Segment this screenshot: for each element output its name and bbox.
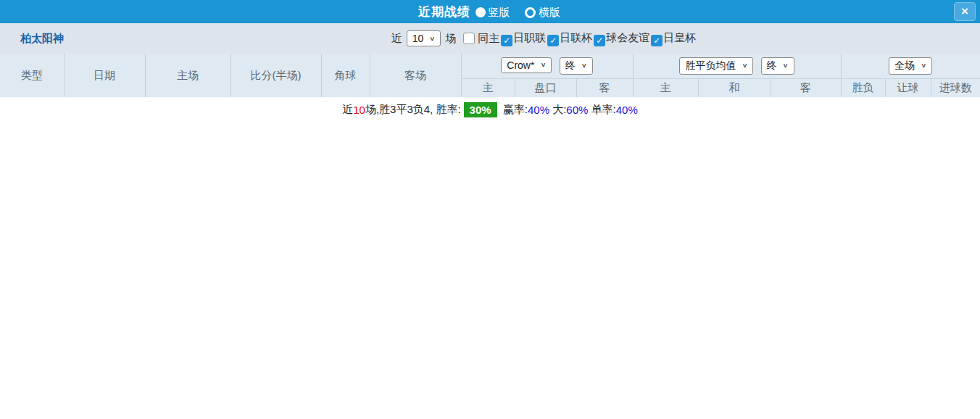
same-home-checkbox[interactable] — [463, 33, 475, 44]
league-checkbox[interactable]: ✓ — [651, 35, 663, 46]
sub-header-handicap-result: 让球 — [885, 78, 931, 97]
col-header-type: 类型 — [0, 54, 64, 97]
bookmaker-time-select[interactable]: 终∨ — [560, 57, 593, 75]
fulltime-select[interactable]: 全场∨ — [889, 57, 932, 75]
radio-horizontal-label[interactable]: 横版 — [539, 6, 560, 18]
radio-horizontal-layout[interactable] — [525, 7, 536, 18]
league-checkbox-label[interactable]: 日职联 — [513, 31, 546, 43]
team-name: 柏太阳神 — [20, 32, 64, 46]
games-label: 场 — [445, 32, 456, 46]
sub-header-crow-away: 客 — [576, 78, 633, 97]
summary-segment: 40% — [528, 104, 549, 116]
summary-segment: 60% — [566, 104, 588, 116]
league-checkbox-label[interactable]: 球会友谊 — [606, 31, 649, 43]
league-checkbox[interactable]: ✓ — [594, 35, 605, 46]
summary-segment: 40% — [616, 104, 638, 116]
chevron-down-icon: ∨ — [921, 62, 926, 70]
league-checkbox[interactable]: ✓ — [547, 35, 559, 46]
chevron-down-icon: ∨ — [581, 62, 587, 70]
summary-segment: 大: — [549, 103, 566, 117]
summary-segment: 10 — [353, 104, 365, 116]
chevron-down-icon: ∨ — [429, 35, 435, 42]
league-checkbox-label[interactable]: 日皇杯 — [663, 31, 696, 43]
col-header-date: 日期 — [64, 54, 145, 97]
close-icon: × — [961, 4, 968, 19]
league-filter-group: ✓日职联✓日联杯✓球会友谊✓日皇杯 — [499, 31, 696, 46]
radio-vertical-label[interactable]: 竖版 — [489, 6, 510, 18]
sub-header-goals: 进球数 — [931, 78, 980, 97]
recent-results-dialog: 近期战绩 竖版 横版 × 柏太阳神 近 10∨ 场 同主 ✓日职联✓日联杯✓球会… — [0, 0, 980, 419]
sub-header-result: 胜负 — [841, 78, 885, 97]
same-home-label: 同主 — [478, 32, 499, 46]
col-header-home: 主场 — [145, 54, 231, 97]
sub-header-avg-away: 客 — [771, 78, 841, 97]
near-label: 近 — [391, 32, 402, 46]
summary-segment: 30% — [464, 102, 497, 117]
chevron-down-icon: ∨ — [783, 62, 789, 70]
average-time-value: 终 — [767, 59, 777, 72]
sub-header-avg-draw: 和 — [698, 78, 771, 97]
sub-header-crow-home: 主 — [461, 78, 515, 97]
average-time-select[interactable]: 终∨ — [761, 57, 794, 75]
bookmaker-group-header: Crow*∨ 终∨ — [461, 54, 633, 78]
col-header-corner: 角球 — [321, 54, 370, 97]
fulltime-select-value: 全场 — [894, 59, 915, 72]
filter-bar: 柏太阳神 近 10∨ 场 同主 ✓日职联✓日联杯✓球会友谊✓日皇杯 — [0, 23, 980, 54]
sub-header-handicap: 盘口 — [515, 78, 576, 97]
recent-count-select[interactable]: 10∨ — [407, 30, 441, 46]
average-odds-group-header: 胜平负均值∨ 终∨ — [633, 54, 841, 78]
bookmaker-select-value: Crow* — [507, 59, 534, 71]
summary-segment: 近 — [342, 103, 353, 117]
summary-segment: 单率: — [588, 103, 615, 117]
filters: 近 10∨ 场 同主 ✓日职联✓日联杯✓球会友谊✓日皇杯 — [107, 30, 980, 46]
close-button[interactable]: × — [954, 2, 976, 21]
summary-bar: 近10场,胜3平3负4, 胜率:30% 赢率:40% 大:60% 单率:40% — [0, 97, 980, 122]
titlebar-center: 近期战绩 竖版 横版 — [418, 4, 562, 20]
bookmaker-select[interactable]: Crow*∨ — [501, 57, 552, 73]
dialog-title: 近期战绩 — [418, 5, 470, 19]
bookmaker-time-value: 终 — [565, 59, 576, 72]
league-checkbox-label[interactable]: 日联杯 — [560, 31, 592, 43]
summary-segment: 赢率: — [500, 103, 528, 117]
sub-header-avg-home: 主 — [633, 78, 698, 97]
chevron-down-icon: ∨ — [540, 62, 546, 69]
fulltime-group-header: 全场∨ — [841, 54, 980, 78]
radio-vertical-layout[interactable] — [476, 7, 486, 17]
average-odds-value: 胜平负均值 — [685, 59, 736, 72]
col-header-away: 客场 — [370, 54, 461, 97]
chevron-down-icon: ∨ — [742, 62, 747, 70]
summary-segment: 场,胜3平3负4, 胜率: — [365, 103, 461, 117]
col-header-score: 比分(半场) — [231, 54, 321, 97]
average-odds-select[interactable]: 胜平负均值∨ — [679, 57, 753, 75]
titlebar: 近期战绩 竖版 横版 × — [0, 0, 980, 23]
recent-count-value: 10 — [412, 33, 424, 44]
results-table: 类型 日期 主场 比分(半场) 角球 客场 Crow*∨ 终∨ 胜平负均值∨ 终… — [0, 54, 980, 97]
league-checkbox[interactable]: ✓ — [501, 35, 512, 46]
